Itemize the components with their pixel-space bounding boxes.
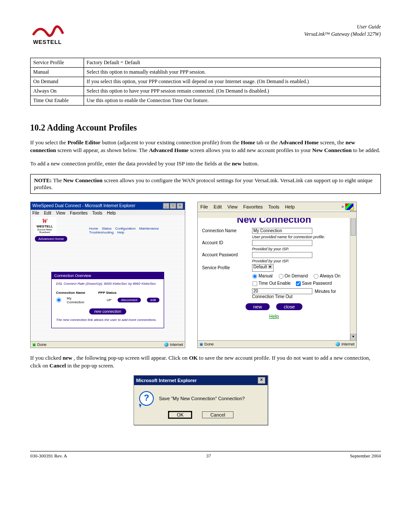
table-row: Service ProfileFactory Default = Default bbox=[31, 58, 381, 68]
nav-trouble[interactable]: Troubleshooting bbox=[89, 230, 114, 234]
close-button[interactable]: close bbox=[276, 303, 303, 310]
note-box: NOTE: The New Connection screen allows y… bbox=[30, 174, 381, 194]
label-connection-name: Connection Name bbox=[202, 228, 249, 233]
ok-button[interactable]: OK bbox=[168, 411, 192, 419]
section-para-2: To add a new connection profile, enter t… bbox=[30, 160, 381, 168]
nav-status[interactable]: Status bbox=[102, 227, 112, 230]
label-service-profile: Service Profile bbox=[202, 265, 249, 270]
new-connection-hint: The new connection link allows the user … bbox=[56, 318, 159, 322]
window-title: WireSpeed Dual Connect - Microsoft Inter… bbox=[32, 203, 135, 208]
checkbox-timeout[interactable] bbox=[252, 281, 257, 286]
footer-left: 030-300391 Rev. A bbox=[30, 453, 67, 458]
label-account-password: Account Password bbox=[202, 252, 249, 257]
maximize-icon[interactable]: □ bbox=[170, 203, 176, 209]
new-button[interactable]: new bbox=[246, 303, 270, 310]
checkbox-savepwd[interactable] bbox=[296, 281, 301, 286]
radio-ondemand[interactable] bbox=[279, 274, 283, 279]
table-row: Always OnSelect this option to have your… bbox=[31, 87, 381, 96]
nav-maint[interactable]: Maintenance bbox=[139, 227, 159, 230]
chevron-icon[interactable]: » bbox=[341, 204, 343, 209]
scrollbar-vertical[interactable]: ▲ ▼ bbox=[350, 211, 356, 341]
table-row: Time Out EnableUse this option to enable… bbox=[31, 96, 381, 106]
status-left: ▣ Done bbox=[199, 342, 214, 346]
ppp-status: UP bbox=[107, 298, 112, 302]
cancel-button[interactable]: Cancel bbox=[202, 411, 233, 418]
globe-icon bbox=[336, 342, 340, 346]
header-model: VersaLink™ Gateway (Model 327W) bbox=[304, 31, 381, 38]
page-footer: 030-300391 Rev. A 37 September 2004 bbox=[30, 451, 381, 458]
windows-flag-icon bbox=[345, 203, 354, 210]
connection-name-input[interactable] bbox=[252, 228, 312, 234]
screenshot-new-connection: File Edit View Favorites Tools Help » Ne… bbox=[197, 202, 357, 348]
nav-help[interactable]: Help bbox=[117, 230, 124, 234]
screenshot-advanced-home: WireSpeed Dual Connect - Microsoft Inter… bbox=[30, 202, 185, 348]
status-zone: Internet bbox=[336, 342, 355, 346]
close-icon[interactable]: × bbox=[177, 203, 183, 209]
help-link[interactable]: Help bbox=[202, 314, 346, 319]
dialog-title: Microsoft Internet Explorer bbox=[136, 378, 197, 383]
timeout-input[interactable] bbox=[252, 288, 312, 294]
edit-button[interactable]: edit bbox=[147, 298, 159, 302]
status-bar-right: ▣ Done Internet bbox=[198, 340, 356, 348]
menubar: File Edit View Favorites Tools Help » bbox=[198, 202, 356, 212]
dialog-message: Save "My New Connection" Connection? bbox=[159, 396, 245, 401]
connection-overview-panel: Connection Overview DSL Connect Rate (Do… bbox=[51, 272, 164, 328]
scroll-down-icon[interactable]: ▼ bbox=[350, 334, 356, 341]
account-id-input[interactable] bbox=[252, 240, 312, 246]
label-account-id: Account ID bbox=[202, 240, 249, 245]
hint-account-password: Provided by your ISP. bbox=[252, 259, 346, 263]
connection-name: My Connection bbox=[67, 296, 90, 304]
advanced-home-button[interactable]: Advanced Home bbox=[35, 236, 67, 242]
hint-connection-name: User provided name for connection profil… bbox=[252, 235, 346, 239]
radio-manual[interactable] bbox=[252, 274, 257, 279]
menu-tools[interactable]: Tools bbox=[268, 204, 280, 209]
status-zone: Internet bbox=[164, 342, 183, 347]
menu-edit[interactable]: Edit bbox=[214, 204, 222, 209]
svg-text:WESTELL: WESTELL bbox=[33, 39, 62, 45]
account-password-input[interactable] bbox=[252, 252, 312, 258]
mini-logo: W WESTELL Discover Better Broadband bbox=[33, 218, 56, 234]
table-row: On DemandIf you select this option, your… bbox=[31, 77, 381, 87]
page-header: WESTELL User Guide VersaLink™ Gateway (M… bbox=[30, 22, 381, 49]
col-connection-name: Connection Name bbox=[56, 291, 85, 295]
panel-title: Connection Overview bbox=[52, 272, 164, 279]
dsl-rate: DSL Connect Rate (Down/Up): 8000 Kbits/S… bbox=[56, 282, 159, 286]
status-bar: ▣ Done Internet bbox=[31, 341, 185, 348]
disconnect-button[interactable]: disconnect bbox=[118, 298, 141, 302]
service-profile-select[interactable]: Default bbox=[252, 264, 274, 272]
menu-help[interactable]: Help bbox=[285, 204, 295, 209]
section-para-1: If you select the Profile Editor button … bbox=[30, 139, 381, 154]
window-titlebar: WireSpeed Dual Connect - Microsoft Inter… bbox=[31, 202, 185, 210]
nav-tabs: Home Status Configuration Maintenance Tr… bbox=[89, 227, 182, 234]
footer-right: September 2004 bbox=[350, 453, 381, 458]
menu-view[interactable]: View bbox=[227, 204, 238, 209]
footer-page: 37 bbox=[206, 453, 211, 458]
menu-file[interactable]: File bbox=[200, 204, 208, 209]
menu-favorites[interactable]: Favorites bbox=[243, 204, 263, 209]
nav-home[interactable]: Home bbox=[89, 227, 98, 230]
status-left: ▣ Done bbox=[32, 342, 47, 347]
question-icon: ? bbox=[139, 391, 154, 406]
col-ppp-status: PPP Status bbox=[98, 291, 117, 295]
radio-alwayson[interactable] bbox=[314, 274, 318, 279]
globe-icon bbox=[164, 342, 168, 347]
status-bar bbox=[198, 212, 356, 218]
westell-logo: WESTELL bbox=[30, 22, 69, 49]
header-right: User Guide VersaLink™ Gateway (Model 327… bbox=[304, 23, 381, 38]
header-guide: User Guide bbox=[304, 23, 381, 31]
after-screens-para: If you clicked new , the following pop-u… bbox=[30, 354, 381, 370]
section-heading: 10.2 Adding Account Profiles bbox=[30, 123, 381, 133]
dialog-titlebar: Microsoft Internet Explorer × bbox=[134, 376, 268, 385]
new-connection-button[interactable]: new connection bbox=[89, 308, 127, 314]
screenshots-row: WireSpeed Dual Connect - Microsoft Inter… bbox=[30, 202, 381, 348]
nav-config[interactable]: Configuration bbox=[115, 227, 136, 230]
mode-radios: Manual On Demand Always On bbox=[252, 274, 346, 279]
table-row: ManualSelect this option to manually est… bbox=[31, 68, 381, 77]
confirm-dialog: Microsoft Internet Explorer × ? Save "My… bbox=[134, 375, 268, 425]
service-profile-table: Service ProfileFactory Default = Default… bbox=[30, 58, 381, 106]
connection-radio[interactable] bbox=[56, 298, 61, 302]
close-icon[interactable]: × bbox=[258, 377, 265, 384]
scroll-thumb[interactable] bbox=[351, 218, 356, 236]
hint-account-id: Provided by your ISP. bbox=[252, 247, 346, 251]
minimize-icon[interactable]: _ bbox=[163, 203, 169, 209]
